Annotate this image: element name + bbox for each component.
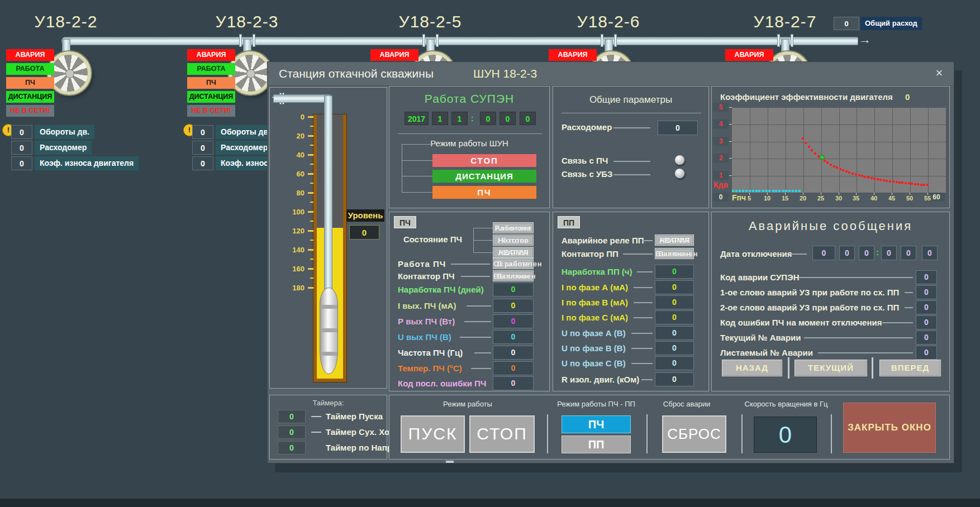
pipe-flange-icon	[239, 34, 242, 47]
start-button[interactable]: ПУСК	[401, 415, 465, 453]
leader-line	[905, 292, 913, 293]
mode-stop-button[interactable]: СТОП	[432, 154, 536, 167]
gauge-minor-tick	[310, 145, 313, 146]
leader-line	[623, 253, 653, 255]
pp-param-label: I по фазе В (мА)	[562, 298, 628, 307]
leader-line	[905, 307, 913, 308]
chart-dot-efficiency-curve	[892, 180, 895, 183]
chart-dot-low-range-line	[762, 190, 764, 192]
alarm-value: 0	[916, 315, 937, 329]
divider	[646, 414, 648, 453]
bracket-line	[402, 176, 433, 176]
chart-dot-efficiency-curve	[886, 180, 888, 182]
pipe-flange-icon	[253, 34, 255, 47]
well-title: У18-2-7	[724, 12, 846, 31]
datetime-hours: 0	[480, 112, 496, 125]
chart-ytick-label: 1	[713, 171, 729, 180]
chart-dot-efficiency-curve	[802, 137, 804, 140]
dialog-resize-handle[interactable]	[446, 461, 454, 463]
shutdown-year: 0	[812, 246, 835, 260]
chart-dot-efficiency-curve	[855, 173, 857, 175]
timers-title: Таймера:	[270, 399, 387, 407]
leader-line	[643, 240, 653, 241]
chart-xtick-label: 30	[832, 195, 845, 202]
reset-button[interactable]: СБРОС	[662, 415, 726, 453]
chart-dot-efficiency-curve	[870, 177, 873, 179]
well-param-value: 0	[11, 156, 32, 170]
shutdown-hours: 0	[881, 246, 897, 260]
gauge-scale-label: 160	[270, 265, 305, 273]
pp-param-value: 0	[655, 356, 694, 370]
chart-dot-efficiency-curve	[830, 164, 832, 166]
speed-setpoint-display[interactable]: 0	[754, 417, 817, 453]
well-title: У18-2-2	[4, 12, 127, 31]
bracket-line	[402, 144, 433, 145]
status-badge-distance: ДИСТАНЦИЯ	[187, 91, 235, 103]
chart-xtick-label: 45	[885, 195, 898, 202]
mode-distance-button[interactable]: ДИСТАНЦИЯ	[432, 170, 536, 183]
pch-param-value: 0	[493, 330, 534, 344]
gauge-scale-label: 120	[270, 227, 305, 235]
well-param-label: Расходомер	[35, 141, 92, 155]
chart-ytick-mark	[729, 141, 732, 142]
chart-dot-efficiency-curve	[920, 184, 922, 186]
pch-state-box-layer: НОРМА	[493, 247, 533, 257]
pch-state-box: АВАРИЯНОРМА	[493, 247, 534, 258]
pch-panel: ПЧ Состояние ПЧ Работа ПЧ Контактор ПЧ А…	[389, 212, 550, 391]
chart-ylabel: Кдв	[713, 180, 728, 189]
gauge-minor-tick	[310, 202, 313, 203]
gauge-minor-tick	[310, 259, 313, 260]
alarm-forward-button[interactable]: ВПЕРЕД	[879, 360, 941, 376]
alarm-label: 1-ое слово аварий УЗ при работе по сх. П…	[720, 288, 899, 297]
gridline-v	[910, 108, 911, 193]
gauge-major-tick	[308, 249, 313, 251]
pp-param-value: 0	[655, 310, 694, 324]
close-icon[interactable]: ×	[931, 65, 947, 81]
well-param-label: Расходомер	[216, 141, 273, 155]
status-badge-avaria: АВАРИЯ	[725, 49, 773, 61]
close-window-button[interactable]: ЗАКРЫТЬ ОКНО	[843, 403, 936, 453]
pp-mode-button[interactable]: ПП	[562, 436, 631, 453]
pch-mode-button[interactable]: ПЧ	[562, 415, 631, 433]
gridline-v	[928, 108, 929, 193]
main-pipe-horizontal	[61, 37, 858, 45]
stop-button[interactable]: СТОП	[469, 415, 535, 453]
chart-dot-low-range-line	[739, 190, 741, 192]
pch-param-label: Код посл. ошибки ПЧ	[398, 379, 486, 388]
chart-xtick-label: 40	[867, 195, 881, 202]
alarm-current-button[interactable]: ТЕКУЩИЙ	[795, 360, 867, 376]
chart-dot-efficiency-curve	[877, 178, 879, 180]
pp-param-label: U по фазе С (В)	[562, 358, 626, 368]
leader-line	[613, 174, 650, 175]
chart-xtick-label: 55	[921, 195, 934, 202]
chart-ytick-mark	[729, 175, 732, 176]
pp-contactor-state-box-layer: Выключен	[655, 248, 693, 259]
chart-dot-efficiency-curve	[864, 176, 866, 178]
chart-dot-low-range-line	[758, 190, 760, 192]
chart-dot-efficiency-curve	[826, 161, 829, 164]
pipe-flange-icon	[436, 34, 439, 47]
bracket-line	[402, 144, 402, 193]
mode-pch-button[interactable]: ПЧ	[432, 186, 536, 199]
shutdown-minutes: 0	[901, 246, 916, 260]
pp-param-label: U по фазе А (В)	[562, 328, 626, 338]
pp-panel: ПП Аварийное реле ПП Контактор ПП АВАРИЯ…	[553, 212, 709, 391]
chart-dot-low-range-line	[772, 190, 774, 192]
timer-value: 0	[278, 410, 306, 423]
divider	[741, 414, 743, 453]
chart-dot-efficiency-curve	[898, 181, 901, 184]
leader-line	[631, 333, 653, 334]
gridline-v	[768, 108, 768, 193]
alarm-value: 0	[916, 270, 937, 284]
well-param-label: Коэф. износа двигателя	[35, 156, 139, 170]
pch-param-label: Р вых ПЧ (Вт)	[398, 317, 455, 326]
chart-dot-efficiency-curve	[811, 149, 813, 151]
scada-screen: → 0 Общий расход У18-2-2АВАРИЯРАБОТАПЧДИ…	[0, 0, 980, 507]
pch-param-value: 0	[493, 361, 534, 375]
gauge-major-tick	[308, 135, 313, 137]
leader-line	[613, 161, 650, 162]
timer-label: Таймер по Напр.	[326, 443, 394, 452]
gauge-scale-label: 100	[270, 208, 305, 216]
pch-param-value: 0	[493, 346, 534, 360]
alarm-back-button[interactable]: НАЗАД	[722, 360, 782, 376]
